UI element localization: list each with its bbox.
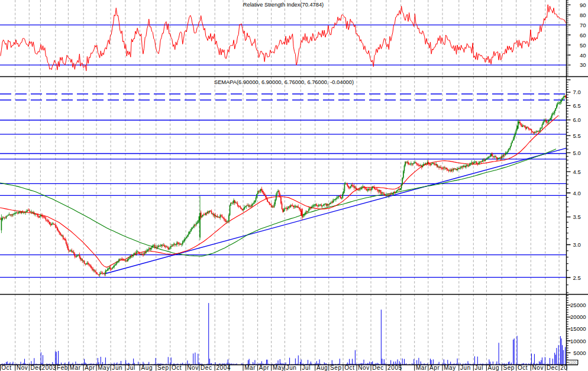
svg-text:4.5: 4.5 <box>573 169 581 175</box>
svg-text:Relative Strength Index(70.478: Relative Strength Index(70.4784) <box>243 2 324 8</box>
svg-text:Nov: Nov <box>358 364 370 371</box>
svg-text:Aug: Aug <box>488 364 500 371</box>
svg-text:4.0: 4.0 <box>573 190 581 196</box>
svg-text:Nov: Nov <box>17 364 28 371</box>
svg-text:Oct: Oct <box>1 364 11 371</box>
svg-text:Jul: Jul <box>302 364 311 371</box>
svg-text:90: 90 <box>580 2 586 8</box>
svg-text:Feb: Feb <box>57 364 68 371</box>
svg-text:May: May <box>273 364 285 371</box>
svg-text:Dec: Dec <box>547 364 558 371</box>
svg-text:Dec: Dec <box>31 364 43 371</box>
svg-text:Sep: Sep <box>503 364 515 371</box>
svg-text:Jun: Jun <box>286 364 297 371</box>
svg-text:Nov: Nov <box>532 364 544 371</box>
svg-text:50: 50 <box>580 42 586 49</box>
svg-text:7.0: 7.0 <box>573 89 581 95</box>
svg-text:60: 60 <box>580 32 586 38</box>
svg-text:x100: x100 <box>568 360 577 364</box>
svg-text:2004: 2004 <box>216 364 231 371</box>
svg-text:2.5: 2.5 <box>573 275 581 281</box>
svg-text:Sep: Sep <box>330 364 342 371</box>
svg-text:2005: 2005 <box>387 364 402 371</box>
svg-text:Mar: Mar <box>416 364 427 371</box>
svg-text:Oct: Oct <box>518 364 528 371</box>
svg-text:3.0: 3.0 <box>573 241 581 248</box>
svg-text:3.5: 3.5 <box>573 214 581 220</box>
svg-text:Apr: Apr <box>85 364 95 371</box>
svg-text:SEMAPA(6.90000, 6.90000, 6.760: SEMAPA(6.90000, 6.90000, 6.76000, 6.7600… <box>214 79 354 85</box>
svg-text:Sep: Sep <box>157 364 169 371</box>
svg-text:5.0: 5.0 <box>573 150 581 156</box>
svg-text:Apr: Apr <box>429 364 440 371</box>
svg-text:30: 30 <box>580 62 586 68</box>
svg-text:15000: 15000 <box>570 325 586 332</box>
svg-text:40: 40 <box>580 52 586 59</box>
svg-text:5.5: 5.5 <box>573 133 581 139</box>
svg-text:May: May <box>444 364 456 371</box>
svg-text:Apr: Apr <box>259 364 269 371</box>
svg-text:Dec: Dec <box>201 364 212 371</box>
svg-text:Mar: Mar <box>70 364 81 371</box>
svg-text:10000: 10000 <box>570 338 586 344</box>
svg-text:Jun: Jun <box>460 364 471 371</box>
svg-text:5000: 5000 <box>573 350 586 356</box>
svg-text:Nov: Nov <box>187 364 199 371</box>
svg-text:Jul: Jul <box>475 364 484 371</box>
svg-text:Dec: Dec <box>372 364 384 371</box>
svg-text:6.0: 6.0 <box>573 117 581 123</box>
svg-text:80: 80 <box>580 12 586 18</box>
svg-text:Oct: Oct <box>344 364 354 371</box>
svg-text:Mar: Mar <box>244 364 256 371</box>
svg-text:Jul: Jul <box>127 364 135 371</box>
svg-text:25000: 25000 <box>570 302 586 308</box>
svg-text:2003: 2003 <box>42 364 57 371</box>
svg-text:Oct: Oct <box>172 364 182 371</box>
svg-text:20000: 20000 <box>570 314 586 320</box>
svg-text:70: 70 <box>580 22 586 28</box>
svg-text:May: May <box>98 364 110 371</box>
svg-text:Aug: Aug <box>316 364 328 371</box>
svg-text:6.5: 6.5 <box>573 102 581 109</box>
svg-text:Jun: Jun <box>112 364 122 371</box>
svg-text:Aug: Aug <box>141 364 153 371</box>
svg-text:20: 20 <box>560 364 567 371</box>
